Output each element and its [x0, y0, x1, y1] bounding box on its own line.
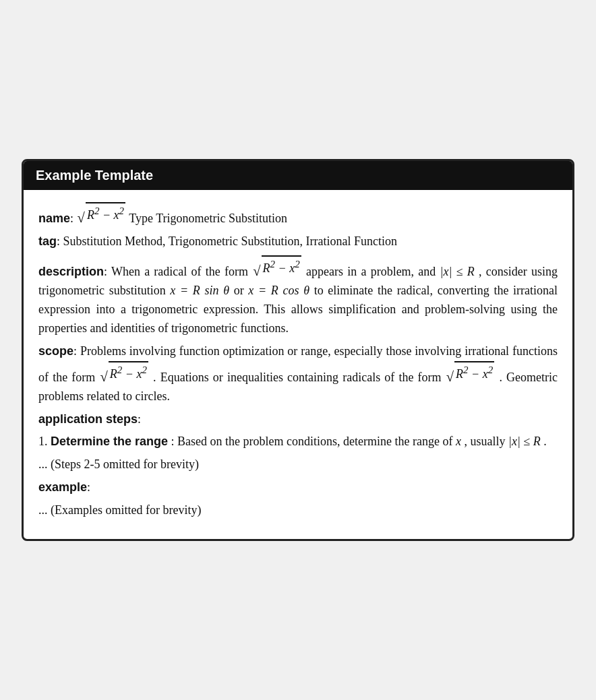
- steps-omitted-text: ... (Steps 2-5 omitted for brevity): [38, 457, 199, 471]
- card-body: name: √ R2 − x2 Type Trigonometric Subst…: [24, 190, 572, 539]
- desc-abs-x: |x|: [440, 265, 452, 278]
- sqrt-symbol-4: √: [446, 370, 454, 384]
- desc-leq: ≤: [456, 265, 467, 278]
- examples-omitted-text: ... (Examples omitted for brevity): [38, 503, 201, 517]
- desc-R: R: [467, 265, 475, 278]
- card-header: Example Template: [24, 161, 572, 190]
- scope-sqrt-expr-2: √ R2 − x2: [446, 361, 495, 384]
- app-steps-section: application steps:: [38, 410, 558, 429]
- scope-section: scope: Problems involving function optim…: [38, 342, 558, 406]
- sqrt-symbol: √: [78, 211, 85, 225]
- step1-number: 1.: [38, 435, 51, 448]
- examples-omitted-section: ... (Examples omitted for brevity): [38, 501, 558, 520]
- tag-label: tag: [38, 234, 57, 248]
- name-section: name: √ R2 − x2 Type Trigonometric Subst…: [38, 202, 558, 228]
- name-label: name: [38, 212, 70, 225]
- step1-section: 1. Determine the range : Based on the pr…: [38, 433, 558, 451]
- description-label: description: [38, 265, 104, 278]
- step1-usually: , usually: [464, 435, 508, 448]
- scope-text-2: . Equations or inequalities contain­ing …: [153, 371, 446, 384]
- sqrt-content-scope1: R2 − x2: [109, 361, 148, 384]
- name-sqrt-expr: √ R2 − x2: [78, 202, 126, 225]
- sqrt-symbol-3: √: [100, 370, 107, 384]
- tag-text: Substitution Method, Trigonometric Subst…: [63, 234, 398, 248]
- sqrt-content-scope2: R2 − x2: [454, 361, 494, 384]
- description-text-2: ap­pears in a problem, and: [306, 265, 440, 278]
- app-steps-label: application steps: [38, 412, 138, 426]
- example-template-card: Example Template name: √ R2 − x2 Type Tr…: [22, 159, 574, 541]
- desc-sqrt-expr: √ R2 − x2: [253, 255, 301, 278]
- card-title: Example Template: [36, 168, 153, 183]
- sqrt-symbol-2: √: [253, 264, 260, 278]
- step1-text: : Based on the problem condi­tions, dete…: [171, 435, 456, 448]
- scope-label: scope: [38, 344, 73, 358]
- steps-omitted-section: ... (Steps 2-5 omitted for brevity): [38, 455, 558, 474]
- description-text-1: When a radical of the form: [111, 265, 252, 278]
- step1-x: x: [456, 435, 461, 448]
- description-section: description: When a radical of the form …: [38, 255, 558, 338]
- tag-section: tag: Substitution Method, Trigonometric …: [38, 232, 558, 251]
- desc-sub2: x = R cos θ: [248, 284, 309, 297]
- sqrt-content-desc: R2 − x2: [262, 255, 301, 278]
- step1-abs-leq: |x| ≤ R: [508, 435, 541, 448]
- example-label-section: example:: [38, 478, 558, 497]
- step1-label: Determine the range: [51, 435, 168, 448]
- desc-or: or: [234, 284, 249, 297]
- desc-sub1: x = R sin θ: [170, 284, 229, 297]
- name-text: Type Trigonometric Substitution: [129, 212, 287, 225]
- sqrt-content-r2x2: R2 − x2: [86, 202, 125, 225]
- scope-sqrt-expr-1: √ R2 − x2: [100, 361, 148, 384]
- step1-period: .: [543, 435, 547, 448]
- example-label: example: [38, 480, 87, 494]
